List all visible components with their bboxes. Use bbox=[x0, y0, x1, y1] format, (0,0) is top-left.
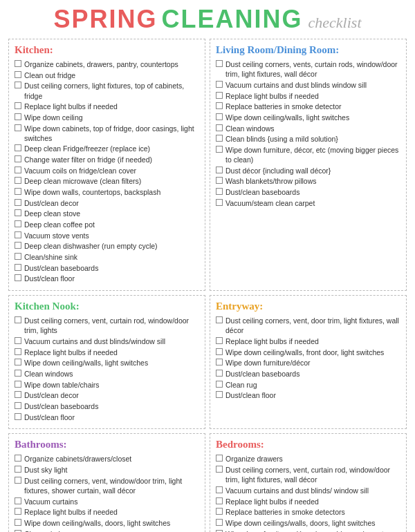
checkbox[interactable] bbox=[216, 359, 223, 365]
checkbox[interactable] bbox=[216, 102, 223, 109]
bedrooms-title: Bedrooms: bbox=[216, 439, 400, 450]
checkbox[interactable] bbox=[216, 530, 223, 532]
living-section: Living Room/Dining Room: Dust ceiling co… bbox=[210, 39, 407, 291]
checkbox[interactable] bbox=[15, 497, 21, 504]
checkbox[interactable] bbox=[216, 455, 223, 462]
header-spring: SPRING bbox=[54, 5, 158, 33]
list-item: Dust sky light bbox=[15, 465, 199, 475]
checkbox[interactable] bbox=[216, 199, 223, 206]
checkbox[interactable] bbox=[216, 188, 223, 195]
checkbox[interactable] bbox=[15, 177, 21, 184]
checkbox[interactable] bbox=[15, 199, 21, 206]
checkbox[interactable] bbox=[15, 274, 21, 281]
list-item: Clean blinds {using a mild solution} bbox=[216, 134, 400, 144]
checkbox[interactable] bbox=[15, 155, 21, 162]
checkbox[interactable] bbox=[216, 466, 223, 473]
checkbox[interactable] bbox=[216, 177, 223, 184]
list-item: Wipe down furniture, décor, etc (moving … bbox=[216, 145, 400, 164]
checkbox[interactable] bbox=[15, 124, 21, 131]
list-item: Replace light bulbs if needed bbox=[216, 91, 400, 101]
checkbox[interactable] bbox=[216, 348, 223, 355]
bathrooms-list: Organize cabinets/drawers/closet Dust sk… bbox=[15, 454, 199, 532]
checkbox[interactable] bbox=[15, 144, 21, 151]
checkbox[interactable] bbox=[15, 82, 21, 88]
list-item: Replace batteries in smoke detector bbox=[216, 102, 400, 111]
list-item: Dust/clean floor bbox=[15, 412, 199, 422]
list-item: Dust/clean baseboards bbox=[216, 369, 400, 379]
checkbox[interactable] bbox=[216, 81, 223, 88]
checkbox[interactable] bbox=[15, 220, 21, 227]
list-item: Wipe down walls, countertops, backsplash bbox=[15, 187, 199, 197]
checkbox[interactable] bbox=[15, 337, 21, 344]
checkbox[interactable] bbox=[216, 486, 223, 493]
checkbox[interactable] bbox=[15, 381, 21, 388]
list-item: Wipe down furniture, décor (move bigger … bbox=[216, 529, 400, 532]
checkbox[interactable] bbox=[216, 519, 223, 526]
checkbox[interactable] bbox=[15, 253, 21, 260]
checkbox[interactable] bbox=[216, 146, 223, 153]
checkbox[interactable] bbox=[216, 497, 223, 504]
list-item: Dust ceiling corners, vent, window/door … bbox=[15, 476, 199, 495]
checkbox[interactable] bbox=[15, 167, 21, 173]
entryway-section: Entryway: Dust ceiling corners, vent, do… bbox=[210, 295, 407, 429]
checkbox[interactable] bbox=[15, 391, 21, 398]
checkbox[interactable] bbox=[216, 124, 223, 131]
checkbox[interactable] bbox=[216, 337, 223, 344]
checkbox[interactable] bbox=[216, 381, 223, 388]
list-item: Replace light bulbs if needed bbox=[15, 507, 199, 517]
checkbox[interactable] bbox=[15, 359, 21, 365]
list-item: Wipe down ceiling/walls, front door, lig… bbox=[216, 348, 400, 357]
list-item: Wipe down ceiling/walls, light switches bbox=[15, 358, 199, 368]
page-header: SPRINGCLEANINGchecklist bbox=[8, 7, 407, 32]
list-item: Dust ceiling corners, vent, curtain rod,… bbox=[216, 465, 400, 484]
checkbox[interactable] bbox=[216, 316, 223, 323]
checkbox[interactable] bbox=[15, 242, 21, 249]
checkbox[interactable] bbox=[15, 113, 21, 120]
checkbox[interactable] bbox=[216, 508, 223, 515]
list-item: Dust ceiling corners, vents, curtain rod… bbox=[216, 59, 400, 79]
checkbox[interactable] bbox=[15, 519, 21, 526]
list-item: Dust/clean baseboards bbox=[15, 263, 199, 273]
list-item: Dust ceiling corners, light fixtures, to… bbox=[15, 81, 199, 100]
list-item: Dust ceiling corners, vent, door trim, l… bbox=[216, 316, 400, 335]
checkbox[interactable] bbox=[216, 391, 223, 398]
list-item: Clean window bbox=[15, 529, 199, 532]
checkbox[interactable] bbox=[15, 348, 21, 355]
checkbox[interactable] bbox=[15, 508, 21, 515]
list-item: Wipe down ceiling/walls, light switches bbox=[216, 113, 400, 122]
checkbox[interactable] bbox=[15, 102, 21, 109]
checkbox[interactable] bbox=[15, 455, 21, 462]
list-item: Dust/clean floor bbox=[216, 390, 400, 400]
list-item: Organize cabinets/drawers/closet bbox=[15, 454, 199, 464]
checkbox[interactable] bbox=[15, 209, 21, 216]
checkbox[interactable] bbox=[15, 316, 21, 323]
checkbox[interactable] bbox=[15, 370, 21, 377]
entryway-title: Entryway: bbox=[216, 301, 400, 312]
checkbox[interactable] bbox=[15, 530, 21, 532]
list-item: Replace light bulbs if needed bbox=[216, 497, 400, 506]
list-item: Organize drawers bbox=[216, 454, 400, 464]
checkbox[interactable] bbox=[216, 135, 223, 142]
bedrooms-list: Organize drawers Dust ceiling corners, v… bbox=[216, 454, 400, 532]
page: SPRINGCLEANINGchecklist Kitchen: Organiz… bbox=[0, 0, 415, 532]
checkbox[interactable] bbox=[216, 113, 223, 120]
checkbox[interactable] bbox=[15, 477, 21, 484]
checkbox[interactable] bbox=[15, 188, 21, 195]
checkbox[interactable] bbox=[216, 167, 223, 173]
list-item: Clean windows bbox=[15, 369, 199, 379]
checkbox[interactable] bbox=[216, 370, 223, 377]
checkbox[interactable] bbox=[15, 402, 21, 409]
list-item: Deep clean Fridge/freezer (replace ice) bbox=[15, 144, 199, 153]
list-item: Dust décor {including wall décor} bbox=[216, 166, 400, 175]
checkbox[interactable] bbox=[216, 92, 223, 99]
checkbox[interactable] bbox=[15, 231, 21, 238]
kitchen-section: Kitchen: Organize cabinets, drawers, pan… bbox=[8, 39, 205, 291]
checkbox[interactable] bbox=[216, 60, 223, 67]
checkbox[interactable] bbox=[15, 466, 21, 473]
list-item: Wipe down ceiling/walls, doors, light sw… bbox=[15, 518, 199, 528]
checkbox[interactable] bbox=[15, 60, 21, 67]
list-item: Dust/clean floor bbox=[15, 274, 199, 283]
checkbox[interactable] bbox=[15, 71, 21, 78]
checkbox[interactable] bbox=[15, 413, 21, 420]
checkbox[interactable] bbox=[15, 264, 21, 271]
